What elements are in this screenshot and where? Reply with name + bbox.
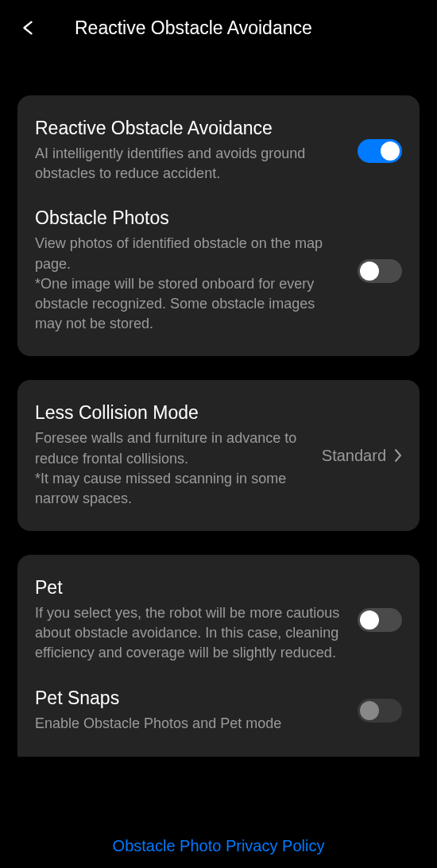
- card-obstacle-avoidance: Reactive Obstacle Avoidance AI intellige…: [17, 95, 420, 356]
- row-pet: Pet If you select yes, the robot will be…: [35, 577, 402, 664]
- row-desc: If you select yes, the robot will be mor…: [35, 603, 342, 664]
- header: Reactive Obstacle Avoidance: [0, 0, 437, 56]
- row-title: Obstacle Photos: [35, 207, 342, 229]
- row-text: Reactive Obstacle Avoidance AI intellige…: [35, 118, 358, 184]
- row-pet-snaps: Pet Snaps Enable Obstacle Photos and Pet…: [35, 688, 402, 734]
- toggle-knob: [360, 262, 379, 281]
- row-desc: Foresee walls and furniture in advance t…: [35, 428, 306, 509]
- card-less-collision: Less Collision Mode Foresee walls and fu…: [17, 380, 420, 531]
- row-desc: Enable Obstacle Photos and Pet mode: [35, 714, 342, 734]
- row-text: Pet If you select yes, the robot will be…: [35, 577, 358, 664]
- row-text: Less Collision Mode Foresee walls and fu…: [35, 402, 322, 509]
- row-title: Pet Snaps: [35, 688, 342, 709]
- value-selector: Standard: [322, 447, 402, 465]
- row-desc: View photos of identified obstacle on th…: [35, 234, 342, 334]
- page-title: Reactive Obstacle Avoidance: [75, 17, 312, 39]
- chevron-right-icon: [394, 448, 402, 463]
- row-title: Pet: [35, 577, 342, 599]
- row-desc: AI intelligently identifies and avoids g…: [35, 144, 342, 184]
- privacy-policy-link[interactable]: Obstacle Photo Privacy Policy: [0, 837, 437, 855]
- toggle-obstacle-photos[interactable]: [358, 259, 402, 283]
- toggle-knob: [360, 701, 379, 720]
- row-obstacle-photos: Obstacle Photos View photos of identifie…: [35, 207, 402, 334]
- toggle-pet-snaps: [358, 699, 402, 723]
- row-title: Less Collision Mode: [35, 402, 306, 424]
- row-text: Pet Snaps Enable Obstacle Photos and Pet…: [35, 688, 358, 734]
- content: Reactive Obstacle Avoidance AI intellige…: [0, 56, 437, 757]
- row-title: Reactive Obstacle Avoidance: [35, 118, 342, 139]
- toggle-knob: [360, 610, 379, 630]
- value-text: Standard: [322, 447, 386, 465]
- row-reactive-obstacle-avoidance: Reactive Obstacle Avoidance AI intellige…: [35, 118, 402, 184]
- back-icon[interactable]: [19, 19, 37, 37]
- toggle-knob: [381, 141, 400, 161]
- row-less-collision-mode[interactable]: Less Collision Mode Foresee walls and fu…: [35, 402, 402, 509]
- toggle-pet[interactable]: [358, 608, 402, 632]
- toggle-reactive-obstacle-avoidance[interactable]: [358, 139, 402, 163]
- card-pet: Pet If you select yes, the robot will be…: [17, 555, 420, 757]
- row-text: Obstacle Photos View photos of identifie…: [35, 207, 358, 334]
